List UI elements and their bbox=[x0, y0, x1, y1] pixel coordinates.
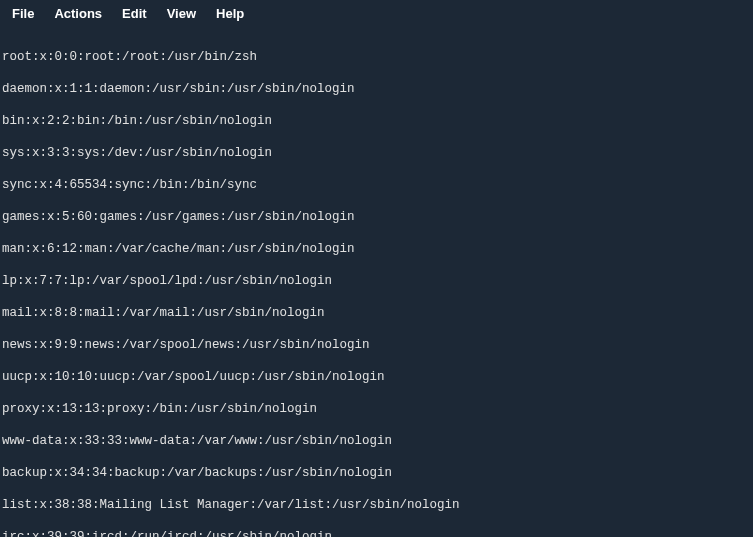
passwd-line: irc:x:39:39:ircd:/run/ircd:/usr/sbin/nol… bbox=[2, 529, 751, 537]
passwd-line: mail:x:8:8:mail:/var/mail:/usr/sbin/nolo… bbox=[2, 305, 751, 321]
passwd-line: proxy:x:13:13:proxy:/bin:/usr/sbin/nolog… bbox=[2, 401, 751, 417]
passwd-line: daemon:x:1:1:daemon:/usr/sbin:/usr/sbin/… bbox=[2, 81, 751, 97]
menu-edit[interactable]: Edit bbox=[112, 4, 157, 23]
passwd-line: games:x:5:60:games:/usr/games:/usr/sbin/… bbox=[2, 209, 751, 225]
passwd-line: lp:x:7:7:lp:/var/spool/lpd:/usr/sbin/nol… bbox=[2, 273, 751, 289]
passwd-line: sys:x:3:3:sys:/dev:/usr/sbin/nologin bbox=[2, 145, 751, 161]
passwd-line: sync:x:4:65534:sync:/bin:/bin/sync bbox=[2, 177, 751, 193]
terminal-output[interactable]: root:x:0:0:root:/root:/usr/bin/zsh daemo… bbox=[0, 27, 753, 537]
menu-view[interactable]: View bbox=[157, 4, 206, 23]
passwd-line: uucp:x:10:10:uucp:/var/spool/uucp:/usr/s… bbox=[2, 369, 751, 385]
passwd-line: list:x:38:38:Mailing List Manager:/var/l… bbox=[2, 497, 751, 513]
passwd-line: www-data:x:33:33:www-data:/var/www:/usr/… bbox=[2, 433, 751, 449]
passwd-line: backup:x:34:34:backup:/var/backups:/usr/… bbox=[2, 465, 751, 481]
menu-help[interactable]: Help bbox=[206, 4, 254, 23]
menu-actions[interactable]: Actions bbox=[44, 4, 112, 23]
passwd-line: man:x:6:12:man:/var/cache/man:/usr/sbin/… bbox=[2, 241, 751, 257]
menu-file[interactable]: File bbox=[2, 4, 44, 23]
passwd-line: bin:x:2:2:bin:/bin:/usr/sbin/nologin bbox=[2, 113, 751, 129]
passwd-line: root:x:0:0:root:/root:/usr/bin/zsh bbox=[2, 49, 751, 65]
menubar: File Actions Edit View Help bbox=[0, 0, 753, 27]
passwd-line: news:x:9:9:news:/var/spool/news:/usr/sbi… bbox=[2, 337, 751, 353]
